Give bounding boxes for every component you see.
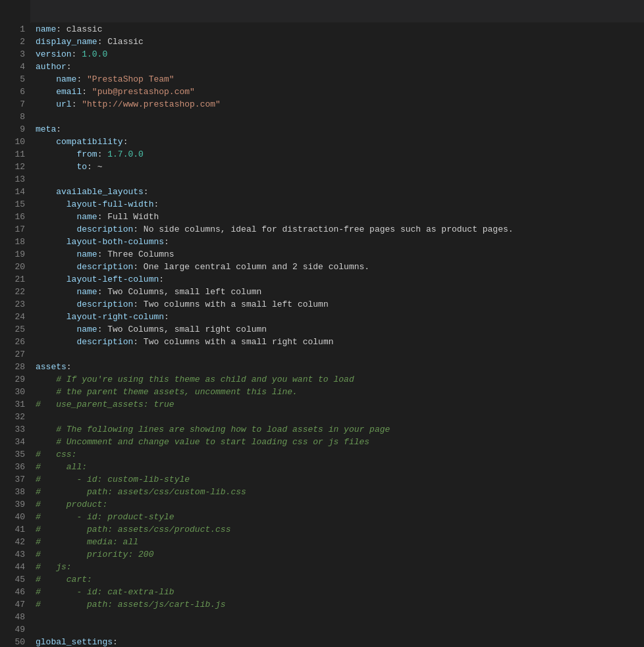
yaml-key: display_name bbox=[36, 37, 97, 47]
code-line: # path: assets/js/cart-lib.js bbox=[36, 598, 644, 611]
code-line: # path: assets/css/custom-lib.css bbox=[36, 486, 644, 498]
line-number: 33 bbox=[5, 423, 25, 436]
yaml-key: layout-both-columns bbox=[67, 237, 164, 247]
yaml-plain: : Full Width bbox=[97, 212, 159, 222]
yaml-comment: # path: assets/css/product.css bbox=[36, 525, 230, 534]
yaml-key: meta bbox=[36, 124, 56, 134]
yaml-comment: # path: assets/css/custom-lib.css bbox=[36, 487, 246, 497]
yaml-key: from bbox=[76, 149, 97, 159]
line-number: 38 bbox=[5, 486, 25, 498]
yaml-plain bbox=[36, 287, 76, 297]
line-number: 40 bbox=[5, 511, 25, 523]
yaml-plain bbox=[36, 149, 76, 159]
line-number: 24 bbox=[5, 311, 25, 323]
yaml-key: version bbox=[36, 49, 72, 59]
line-number: 29 bbox=[5, 373, 25, 386]
yaml-plain: : bbox=[144, 187, 149, 197]
yaml-plain bbox=[36, 299, 76, 309]
line-number: 27 bbox=[5, 348, 25, 361]
yaml-plain: : bbox=[76, 74, 87, 84]
line-number: 15 bbox=[5, 198, 25, 211]
tab-bar bbox=[0, 0, 644, 23]
code-line: email: "pub@prestashop.com" bbox=[36, 86, 644, 98]
tab-theme-yml[interactable] bbox=[0, 0, 31, 23]
yaml-key: name bbox=[76, 249, 97, 259]
line-number: 13 bbox=[5, 173, 25, 186]
line-number: 9 bbox=[5, 123, 25, 136]
line-number: 45 bbox=[5, 573, 25, 586]
code-line: author: bbox=[36, 61, 644, 73]
line-number: 43 bbox=[5, 548, 25, 561]
yaml-plain bbox=[36, 137, 56, 147]
code-area[interactable]: name: classicdisplay_name: Classicversio… bbox=[33, 23, 644, 647]
code-line: name: classic bbox=[36, 23, 644, 36]
code-line: description: Two columns with a small le… bbox=[36, 298, 644, 311]
yaml-plain: : Two Columns, small right column bbox=[97, 324, 267, 334]
yaml-plain bbox=[36, 162, 76, 172]
line-number: 28 bbox=[5, 361, 25, 373]
yaml-plain bbox=[36, 199, 67, 209]
line-number: 46 bbox=[5, 586, 25, 598]
code-line bbox=[36, 623, 644, 636]
yaml-comment: # cart: bbox=[36, 575, 92, 584]
yaml-plain: : bbox=[164, 237, 169, 247]
code-line: # If you're using this theme as child an… bbox=[36, 373, 644, 386]
yaml-plain: : bbox=[72, 49, 82, 59]
code-line: name: Full Width bbox=[36, 211, 644, 223]
yaml-plain: : Two columns with a small left column bbox=[133, 299, 328, 309]
yaml-key: description bbox=[76, 262, 133, 272]
yaml-plain bbox=[36, 187, 56, 197]
yaml-key: name bbox=[36, 24, 56, 34]
yaml-key: available_layouts bbox=[56, 187, 144, 197]
line-number: 26 bbox=[5, 336, 25, 348]
yaml-plain bbox=[36, 237, 67, 247]
yaml-plain: : Three Columns bbox=[97, 249, 174, 259]
code-line: description: One large central column an… bbox=[36, 261, 644, 273]
yaml-comment: # the parent theme assets, uncomment thi… bbox=[36, 387, 298, 397]
line-number: 8 bbox=[5, 111, 25, 123]
line-number: 37 bbox=[5, 473, 25, 486]
yaml-plain: : bbox=[153, 199, 159, 209]
code-line: version: 1.0.0 bbox=[36, 48, 644, 61]
yaml-comment: # priority: 200 bbox=[36, 550, 153, 559]
line-number: 22 bbox=[5, 286, 25, 298]
yaml-comment: # all: bbox=[36, 462, 87, 472]
code-line: # - id: cat-extra-lib bbox=[36, 586, 644, 598]
yaml-key: layout-full-width bbox=[67, 199, 154, 209]
yaml-key: name bbox=[76, 287, 97, 297]
code-line: # path: assets/css/product.css bbox=[36, 523, 644, 536]
line-number: 10 bbox=[5, 136, 25, 148]
code-line: # - id: product-style bbox=[36, 511, 644, 523]
yaml-plain: : Two Columns, small left column bbox=[97, 287, 262, 297]
editor-container: 1234567891011121314151617181920212223242… bbox=[0, 23, 644, 647]
yaml-plain: : bbox=[123, 137, 128, 147]
yaml-key: name bbox=[76, 324, 97, 334]
code-line: layout-left-column: bbox=[36, 273, 644, 286]
line-number: 44 bbox=[5, 561, 25, 573]
code-line bbox=[36, 611, 644, 623]
yaml-string-value: "PrestaShop Team" bbox=[87, 74, 174, 84]
yaml-comment: # path: assets/js/cart-lib.js bbox=[36, 600, 226, 609]
line-number: 1 bbox=[5, 23, 25, 36]
code-line: assets: bbox=[36, 361, 644, 373]
code-line: name: "PrestaShop Team" bbox=[36, 73, 644, 86]
yaml-comment: # If you're using this theme as child an… bbox=[36, 375, 354, 384]
code-line: # cart: bbox=[36, 573, 644, 586]
line-number: 2 bbox=[5, 36, 25, 48]
code-line bbox=[36, 411, 644, 423]
yaml-string-value: "pub@prestashop.com" bbox=[92, 87, 195, 97]
yaml-comment: # product: bbox=[36, 500, 107, 509]
code-line: available_layouts: bbox=[36, 186, 644, 198]
line-number: 42 bbox=[5, 536, 25, 548]
line-number: 3 bbox=[5, 48, 25, 61]
yaml-plain bbox=[36, 74, 56, 84]
line-number: 50 bbox=[5, 636, 25, 647]
yaml-plain: : bbox=[164, 312, 169, 322]
code-line bbox=[36, 348, 644, 361]
line-number: 30 bbox=[5, 386, 25, 398]
line-number: 31 bbox=[5, 398, 25, 411]
yaml-plain bbox=[36, 87, 56, 97]
line-number: 4 bbox=[5, 61, 25, 73]
line-number: 17 bbox=[5, 223, 25, 236]
tab-close-icon[interactable] bbox=[12, 6, 22, 16]
